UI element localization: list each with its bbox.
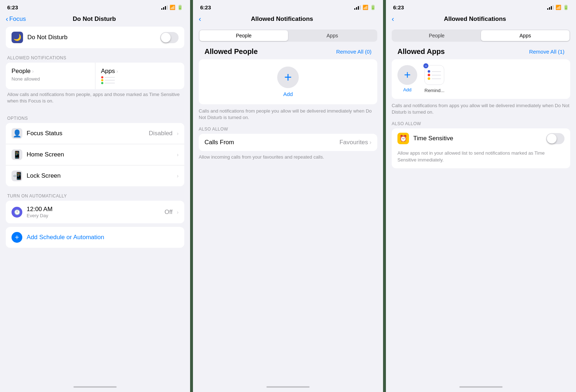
also-allow-label-3: ALSO ALLOW <box>392 121 570 126</box>
status-time-1: 6:23 <box>7 4 18 10</box>
panel1-content: 🌙 Do Not Disturb ALLOWED NOTIFICATIONS P… <box>0 27 190 382</box>
panel-allowed-people: 6:23 📶 🔋 ‹ Allowed Notifications People … <box>193 0 383 392</box>
tab-apps-3[interactable]: Apps <box>481 30 570 41</box>
apps-col[interactable]: Apps › <box>95 63 185 89</box>
panel2-content: Allowed People Remove All (0) + Add Call… <box>193 47 383 382</box>
lock-screen-row[interactable]: 📲 Lock Screen › <box>6 165 184 186</box>
lock-screen-label: Lock Screen <box>27 172 172 179</box>
segment-control-3: People Apps <box>392 29 570 42</box>
do-not-disturb-row: 🌙 Do Not Disturb <box>6 27 184 48</box>
status-bar-1: 6:23 📶 🔋 <box>0 0 190 12</box>
divider-2 <box>383 0 386 392</box>
add-app-item[interactable]: + Add <box>397 65 417 92</box>
ts-description: Allow apps not in your allowed list to s… <box>392 149 570 168</box>
schedule-icon: 🕛 <box>12 207 22 218</box>
lock-screen-icon: 📲 <box>12 170 22 181</box>
tab-people-2[interactable]: People <box>199 30 288 41</box>
nav-title-3: Allowed Notifications <box>394 15 556 23</box>
panel3-content: Allowed Apps Remove All (1) + Add − <box>386 47 576 382</box>
allowed-notifications-label: ALLOWED NOTIFICATIONS <box>7 55 184 60</box>
status-time-2: 6:23 <box>200 4 211 10</box>
home-indicator-1 <box>0 382 190 392</box>
calls-from-value: Favourites › <box>339 139 372 146</box>
battery-icon-3: 🔋 <box>563 5 569 10</box>
status-icons-3: 📶 🔋 <box>547 5 569 10</box>
battery-icon-2: 🔋 <box>370 5 376 10</box>
app-add-card: + Add − <box>392 59 570 99</box>
status-icons-1: 📶 🔋 <box>161 5 183 10</box>
add-schedule-row[interactable]: + Add Schedule or Automation <box>6 227 184 248</box>
chevron-people: › <box>32 68 34 74</box>
people-col-subtitle: None allowed <box>12 76 89 82</box>
add-app-plus: + <box>397 65 417 85</box>
focus-status-value: Disabled <box>149 130 172 137</box>
add-schedule-icon: + <box>12 232 22 243</box>
chevron-left-icon-3: ‹ <box>392 15 394 23</box>
add-person-plus[interactable]: + <box>277 67 299 88</box>
people-col[interactable]: People › None allowed <box>6 63 95 89</box>
schedule-row[interactable]: 🕛 12:00 AM Every Day Off › <box>6 201 184 223</box>
chevron-home: › <box>177 152 179 158</box>
schedule-time: 12:00 AM <box>27 206 160 213</box>
people-col-title: People › <box>12 68 89 75</box>
status-icons-2: 📶 🔋 <box>354 5 376 10</box>
time-sensitive-row: ⏰ Time Sensitive <box>392 128 570 149</box>
remove-all-apps[interactable]: Remove All (1) <box>529 49 564 55</box>
chevron-apps: › <box>116 68 118 74</box>
notif-card: People › None allowed Apps › <box>6 63 184 89</box>
remind-label: Remind... <box>424 88 445 93</box>
allowed-apps-title: Allowed Apps <box>397 47 445 56</box>
schedule-card[interactable]: 🕛 12:00 AM Every Day Off › <box>6 201 184 223</box>
calls-from-row[interactable]: Calls From Favourites › <box>199 134 377 151</box>
chevron-lock: › <box>177 173 179 179</box>
time-sensitive-icon: ⏰ <box>397 133 409 144</box>
segment-control-2: People Apps <box>199 29 377 42</box>
time-sensitive-label: Time Sensitive <box>413 135 542 142</box>
chevron-focus: › <box>177 131 179 136</box>
calls-from-label: Calls From <box>204 139 234 146</box>
panel-do-not-disturb: 6:23 📶 🔋 ‹ Focus Do Not Disturb 🌙 Do Not <box>0 0 190 392</box>
schedule-sub: Every Day <box>27 213 160 218</box>
nav-title-2: Allowed Notifications <box>201 15 363 23</box>
nav-header-3: ‹ Allowed Notifications <box>386 12 576 27</box>
back-button-1[interactable]: ‹ Focus <box>6 15 26 23</box>
focus-status-label: Focus Status <box>27 130 144 137</box>
tab-apps-2[interactable]: Apps <box>288 30 377 41</box>
focus-status-icon: 👤 <box>12 128 22 139</box>
divider-1 <box>190 0 193 392</box>
time-sensitive-card: ⏰ Time Sensitive Allow apps not in your … <box>392 128 570 168</box>
tab-people-3[interactable]: People <box>392 30 481 41</box>
signal-icon-2 <box>354 5 361 10</box>
red-dot <box>101 76 103 78</box>
status-bar-3: 6:23 📶 🔋 <box>386 0 576 12</box>
back-button-2[interactable]: ‹ <box>199 15 201 23</box>
remind-icon-container: − <box>424 65 444 85</box>
also-allow-label-2: ALSO ALLOW <box>199 127 377 132</box>
ts-toggle-knob <box>547 134 557 143</box>
calls-description: Allow incoming calls from your favourite… <box>199 154 377 160</box>
focus-status-row[interactable]: 👤 Focus Status Disabled › <box>6 123 184 144</box>
signal-icon-3 <box>547 5 554 10</box>
apps-col-title: Apps › <box>101 68 179 75</box>
chevron-left-icon-2: ‹ <box>199 15 201 23</box>
chevron-left-icon-1: ‹ <box>6 15 8 23</box>
ts-toggle[interactable] <box>546 133 564 144</box>
wifi-icon-2: 📶 <box>363 5 368 10</box>
allowed-people-title: Allowed People <box>204 47 258 56</box>
add-app-label: Add <box>403 87 411 92</box>
yellow-dot <box>101 79 103 81</box>
chevron-schedule: › <box>177 209 179 215</box>
remind-app-item: − <box>424 65 445 93</box>
nav-title-1: Do Not Disturb <box>26 15 163 23</box>
allowed-apps-header: Allowed Apps Remove All (1) <box>397 47 564 56</box>
home-screen-icon: 📱 <box>12 149 22 160</box>
home-screen-row[interactable]: 📱 Home Screen › <box>6 144 184 165</box>
add-person-label[interactable]: Add <box>283 91 293 97</box>
remove-all-people[interactable]: Remove All (0) <box>336 49 372 55</box>
wifi-icon-1: 📶 <box>170 5 175 10</box>
back-button-3[interactable]: ‹ <box>392 15 394 23</box>
wifi-icon-3: 📶 <box>555 5 561 10</box>
dnd-toggle[interactable] <box>160 32 179 43</box>
nav-header-2: ‹ Allowed Notifications <box>193 12 383 27</box>
panel-allowed-apps: 6:23 📶 🔋 ‹ Allowed Notifications People … <box>386 0 576 392</box>
